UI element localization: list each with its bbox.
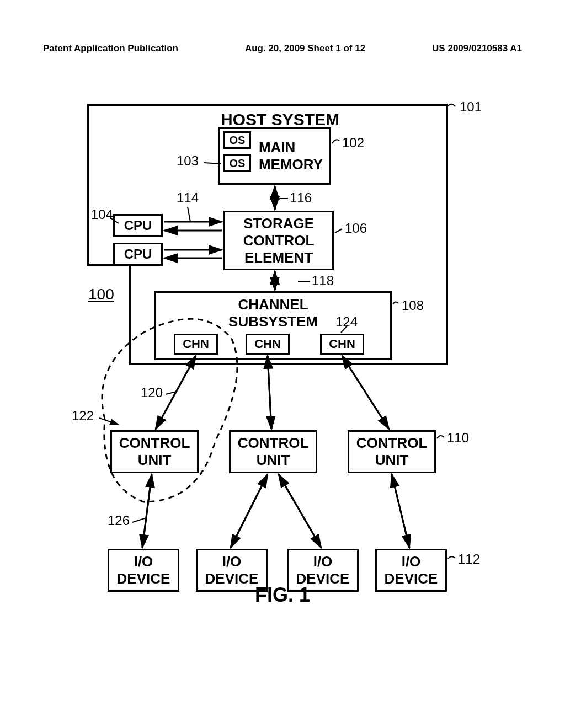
ref-100: 100: [88, 286, 114, 303]
ref-101: 101: [460, 99, 482, 115]
os-box-2: OS: [223, 154, 251, 172]
chn-box-2: CHN: [246, 334, 290, 355]
io-device-label-4: I/O DEVICE: [385, 553, 438, 587]
storage-control-element-box: STORAGE CONTROL ELEMENT: [223, 211, 334, 270]
svg-line-28: [279, 474, 321, 548]
ref-112: 112: [458, 552, 480, 567]
control-unit-box-2: CONTROL UNIT: [229, 430, 317, 473]
svg-line-31: [132, 518, 145, 522]
svg-line-3: [188, 207, 190, 222]
header-left: Patent Application Publication: [43, 43, 178, 54]
io-device-label-2: I/O DEVICE: [205, 553, 259, 587]
ref-106: 106: [345, 221, 367, 236]
control-unit-label-2: CONTROL UNIT: [238, 435, 309, 469]
svg-line-2: [335, 229, 342, 233]
svg-line-27: [279, 474, 321, 548]
ref-108: 108: [402, 298, 424, 313]
ref-102: 102: [342, 135, 364, 151]
header-center: Aug. 20, 2009 Sheet 1 of 12: [245, 43, 365, 54]
figure-label: FIG. 1: [0, 584, 565, 607]
chn-box-3: CHN: [320, 334, 364, 355]
host-system-label: HOST SYSTEM: [221, 110, 339, 129]
storage-control-element-label: STORAGE CONTROL ELEMENT: [243, 215, 315, 266]
ref-118: 118: [312, 273, 334, 288]
main-memory-label: MAIN MEMORY: [259, 139, 323, 173]
ref-114: 114: [177, 190, 199, 206]
svg-line-24: [142, 474, 152, 548]
cpu-box-2: CPU: [113, 243, 163, 266]
svg-line-30: [392, 474, 409, 548]
ref-122: 122: [72, 408, 94, 424]
io-device-label-3: I/O DEVICE: [296, 553, 350, 587]
svg-line-18: [268, 356, 271, 429]
control-unit-label-1: CONTROL UNIT: [119, 435, 190, 469]
control-unit-label-3: CONTROL UNIT: [356, 435, 428, 469]
svg-line-22: [99, 418, 119, 425]
ref-103: 103: [177, 153, 199, 169]
header-right: US 2009/0210583 A1: [432, 43, 522, 54]
control-unit-box-1: CONTROL UNIT: [110, 430, 199, 473]
svg-line-23: [142, 474, 152, 548]
control-unit-box-3: CONTROL UNIT: [348, 430, 436, 473]
os-box-1: OS: [223, 131, 251, 149]
svg-line-19: [342, 356, 389, 429]
ref-116: 116: [290, 190, 312, 206]
cpu-box-1: CPU: [113, 214, 163, 237]
io-device-label-1: I/O DEVICE: [117, 553, 170, 587]
svg-line-20: [342, 356, 389, 429]
svg-line-17: [268, 356, 271, 429]
svg-line-29: [392, 474, 409, 548]
ref-120: 120: [141, 385, 163, 400]
channel-subsystem-label: CHANNEL SUBSYSTEM: [228, 296, 318, 330]
ref-110: 110: [447, 430, 469, 446]
svg-line-25: [231, 474, 268, 548]
svg-line-21: [166, 392, 177, 394]
chn-box-1: CHN: [174, 334, 218, 355]
svg-line-26: [231, 474, 268, 548]
ref-104: 104: [91, 207, 113, 222]
ref-124: 124: [335, 314, 358, 330]
ref-126: 126: [108, 513, 130, 528]
